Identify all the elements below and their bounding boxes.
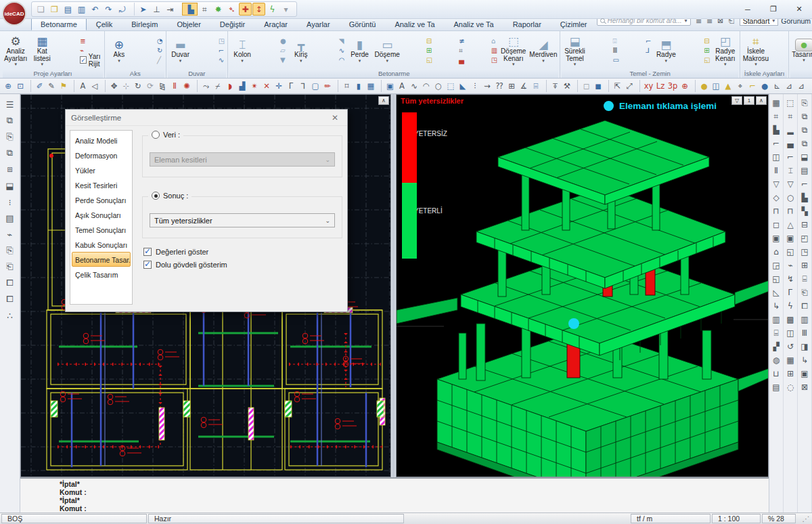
dialog-list-item[interactable]: Kabuk Sonuçları	[72, 237, 131, 252]
ribbon-tab[interactable]: Araçlar	[254, 18, 297, 30]
tool-icon[interactable]: ⧠	[3, 276, 18, 290]
viewport-expand-icon[interactable]: ∧	[378, 96, 389, 105]
tool-icon[interactable]: ⬓	[3, 178, 18, 193]
tool-icon[interactable]: ↳	[798, 353, 811, 366]
tool-icon[interactable]: ▢	[309, 80, 321, 92]
dialog-list-item[interactable]: Analiz Modeli	[72, 133, 131, 148]
model-viewport[interactable]: Tüm yetersizlikler YETERSİZ YETERLİ Elem…	[396, 94, 769, 477]
qat-tool-icon[interactable]: ⤾	[116, 3, 129, 16]
tool-icon[interactable]: ⎗	[3, 259, 18, 274]
tool-icon[interactable]: △	[784, 218, 797, 231]
qat-tool-icon[interactable]: ✚	[239, 3, 252, 16]
tool-icon[interactable]: ✥	[105, 80, 120, 92]
mini-tool-icon[interactable]: ●	[280, 37, 286, 45]
ribbon-button[interactable]: ⌂▥◳	[467, 32, 499, 69]
tool-icon[interactable]: ⊓	[770, 204, 783, 217]
maximize-button[interactable]: ❐	[761, 1, 786, 18]
viewport-corner-icon[interactable]: ▽	[731, 96, 742, 105]
tool-icon[interactable]: ⚑	[58, 80, 70, 92]
qat-tool-icon[interactable]: ▥	[75, 3, 88, 16]
ribbon-button[interactable]: ≣⌁✓Yarı Rijit	[55, 32, 103, 69]
tool-icon[interactable]: ▦	[770, 96, 783, 109]
tool-icon[interactable]: ⌐	[770, 137, 783, 150]
tool-icon[interactable]: ⍕	[546, 80, 561, 92]
mini-tool-icon[interactable]: ◳	[491, 56, 497, 64]
tool-icon[interactable]: ϟ	[784, 299, 797, 312]
ribbon-button[interactable]: ◔↻╱	[133, 32, 164, 69]
mini-tool-icon[interactable]: ◱	[704, 56, 710, 64]
close-button[interactable]: ✕	[786, 1, 812, 18]
tool-icon[interactable]: ⊓	[784, 204, 797, 217]
command-panel[interactable]: *İptal*Komut :*İptal*Komut :	[20, 477, 769, 512]
viewport-corner-icon[interactable]: 1	[744, 96, 754, 105]
checkbox[interactable]	[143, 261, 152, 269]
tool-icon[interactable]: ⧉	[3, 146, 18, 160]
tool-icon[interactable]: ⌸	[530, 80, 542, 92]
mini-tool-icon[interactable]: ◳	[219, 37, 225, 45]
mini-tool-icon[interactable]: ◥	[339, 37, 344, 45]
viewport-splitter[interactable]	[391, 94, 396, 477]
tool-icon[interactable]: ▽	[770, 177, 783, 190]
mini-tool-icon[interactable]: ╱	[157, 56, 161, 64]
ribbon-button[interactable]: ┳Kiriş▾	[288, 32, 314, 69]
tool-icon[interactable]: ⊕	[679, 80, 691, 92]
tool-icon[interactable]: ⊞	[798, 259, 811, 271]
tool-icon[interactable]: ∴	[3, 308, 18, 323]
tool-icon[interactable]: ▤	[770, 380, 783, 393]
tool-icon[interactable]: ✎	[45, 80, 58, 92]
tool-icon[interactable]: ⌂	[770, 245, 783, 258]
tool-icon[interactable]: ⤢	[623, 80, 635, 92]
ribbon-button[interactable]: ▮Perde▾	[347, 32, 373, 69]
tool-icon[interactable]: ◫	[784, 326, 797, 339]
mini-tool-icon[interactable]: ⊞	[426, 47, 432, 54]
veri-select[interactable]: Eleman kesitleri ⌄	[150, 152, 335, 167]
tool-icon[interactable]: ○	[432, 80, 445, 92]
tool-icon[interactable]: ⟳	[144, 80, 156, 92]
dialog-title-bar[interactable]: Görselleştirme ✕	[66, 110, 347, 126]
tool-icon[interactable]: Γ	[285, 80, 297, 92]
mini-tool-icon[interactable]: ▄	[459, 56, 464, 64]
qat-tool-icon[interactable]: ⇥	[164, 3, 177, 16]
mini-tool-icon[interactable]: ⌐	[219, 47, 224, 54]
tool-icon[interactable]: Ⅱ	[770, 164, 783, 177]
plan-viewport[interactable]: ∧	[20, 94, 391, 477]
qat-tool-icon[interactable]: ➤	[134, 3, 150, 16]
tool-icon[interactable]: ⤳	[197, 80, 212, 92]
tool-icon[interactable]: ⧈	[3, 162, 18, 177]
qat-tool-icon[interactable]: ❐	[48, 3, 61, 16]
tool-icon[interactable]: ◌	[784, 380, 797, 393]
close-icon[interactable]: ✕	[328, 113, 342, 123]
tool-icon[interactable]: ⌸	[770, 326, 783, 339]
mini-tool-icon[interactable]: ⌂	[491, 37, 495, 45]
mini-tool-icon[interactable]: ≣	[80, 37, 85, 45]
tool-icon[interactable]: ⊠	[798, 380, 811, 393]
mini-tool-icon[interactable]: ∿	[339, 47, 344, 54]
ribbon-button[interactable]: ⊕Aks▾	[106, 32, 132, 69]
tool-icon[interactable]: ⎘	[3, 129, 18, 144]
tool-icon[interactable]: ⁝	[3, 194, 18, 209]
tool-icon[interactable]: ⅂	[297, 80, 309, 92]
qat-tool-icon[interactable]: ↕	[252, 3, 265, 16]
tool-icon[interactable]: ⚒	[561, 80, 573, 92]
tool-icon[interactable]: ▚	[798, 204, 811, 217]
tool-icon[interactable]: ▟	[236, 80, 248, 92]
tool-icon[interactable]: ✕	[261, 80, 273, 92]
qat-tool-icon[interactable]: ▙	[182, 3, 198, 16]
ribbon-button[interactable]: ●▱▼	[256, 32, 288, 69]
tool-icon[interactable]: ⧎	[156, 80, 168, 92]
tool-icon[interactable]: ⧉	[798, 123, 811, 136]
ribbon-button[interactable]: ⬒Radye▾	[653, 32, 679, 69]
qat-tool-icon[interactable]: ▤	[62, 3, 74, 16]
tool-icon[interactable]: ∿	[408, 80, 420, 92]
ribbon-tab[interactable]: Çizimler	[551, 18, 597, 30]
tool-icon[interactable]: ⊟	[798, 218, 811, 231]
ribbon-tab[interactable]: Betonarme	[31, 18, 87, 30]
tool-icon[interactable]: ☰	[3, 97, 18, 112]
mini-tool-icon[interactable]: ⍗	[612, 37, 616, 45]
tool-icon[interactable]: ⊿	[783, 80, 795, 92]
tool-icon[interactable]: ▩	[784, 313, 797, 326]
status-mode[interactable]: BOŞ	[1, 514, 147, 523]
tool-icon[interactable]: Lz	[654, 80, 667, 92]
tool-icon[interactable]: ⊔	[770, 367, 783, 380]
tool-icon[interactable]: ⊹	[120, 80, 132, 92]
